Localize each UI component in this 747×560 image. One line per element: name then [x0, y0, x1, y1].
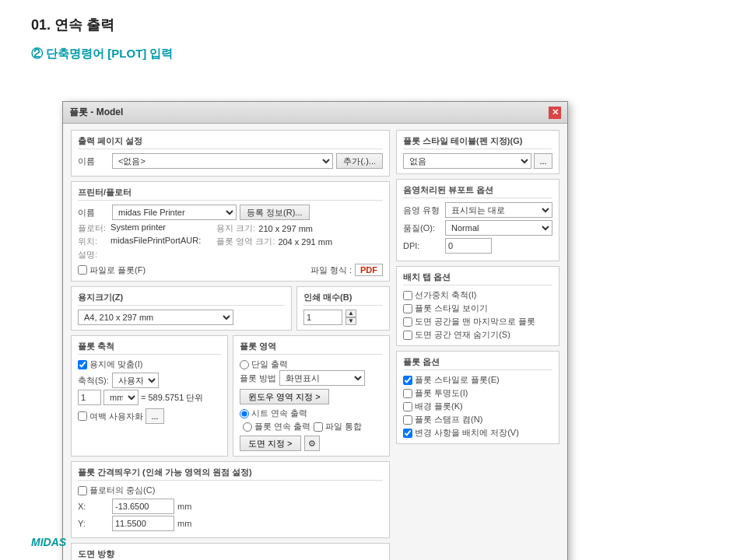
file-merge-label[interactable]: 파일 통합: [314, 421, 362, 432]
spin-up[interactable]: ▲: [345, 310, 356, 317]
fit-paper-text: 용지에 맞춤(I): [89, 359, 142, 370]
show-plotstyle-text: 플롯 스타일 보이기: [415, 303, 488, 314]
plot-transparency-checkbox[interactable]: [403, 389, 412, 398]
gear-icon[interactable]: ⚙: [304, 436, 320, 451]
quality-select[interactable]: Normal: [445, 220, 552, 236]
save-to-layout-label[interactable]: 변경 사항을 배치에 저장(V): [403, 427, 552, 439]
hide-space-label[interactable]: 도면 공간 연재 숨기기(S): [403, 329, 552, 341]
plot-transparency-label[interactable]: 플롯 투명도(I): [403, 387, 552, 399]
plot-style-select[interactable]: 없음: [403, 153, 531, 169]
tab-options-title: 배치 탭 옵션: [403, 271, 552, 285]
fit-paper-checkbox[interactable]: [78, 360, 87, 369]
center-checkbox-label[interactable]: 플로터의 중심(C): [78, 485, 383, 496]
paper-size-select[interactable]: A4, 210 x 297 mm: [78, 310, 233, 325]
sheet-continuous-label[interactable]: 시트 연속 출력: [240, 408, 383, 419]
bg-plot-checkbox[interactable]: [403, 402, 412, 411]
show-plotstyle-checkbox[interactable]: [403, 304, 412, 313]
plot-continuous-radio[interactable]: [243, 422, 252, 432]
single-output-text: 단일 출력: [251, 359, 288, 370]
shade-type-select[interactable]: 표시되는 대로: [445, 202, 552, 218]
margin-checkbox[interactable]: [78, 411, 87, 421]
add-button[interactable]: 추가(.)...: [336, 153, 383, 169]
draw-space-last-checkbox[interactable]: [403, 317, 412, 327]
lineweight-label[interactable]: 선가중치 축척(I): [403, 289, 552, 301]
draw-assign-button[interactable]: 도면 지정 >: [240, 436, 301, 451]
plot-continuous-row: 플롯 연속 출력 파일 통합: [243, 421, 383, 432]
fit-paper-label[interactable]: 용지에 맞춤(I): [78, 359, 221, 370]
show-plotstyle-label[interactable]: 플롯 스타일 보이기: [403, 303, 552, 314]
page-name-select[interactable]: <없음>: [112, 153, 333, 169]
plot-method-label: 플롯 방법: [240, 373, 276, 384]
save-to-layout-text: 변경 사항을 배치에 저장(V): [415, 427, 519, 439]
dialog-titlebar: 플롯 - Model ✕: [63, 102, 567, 124]
scale-select[interactable]: 사용자: [112, 373, 159, 388]
plot-options-title: 플롯 옵션: [403, 356, 552, 370]
printer-name-select[interactable]: midas File Printer: [112, 205, 237, 220]
plot-stamp-checkbox[interactable]: [403, 415, 412, 425]
plot-offset-section: 플롯 간격띄우기 (인쇄 가능 영역의 원점 설정) 플로터의 중심(C) X:…: [71, 461, 390, 538]
scale-unit2: 단위: [186, 392, 203, 404]
plot-continuous-label[interactable]: 플롯 연속 출력: [243, 421, 310, 432]
plot-transparency-text: 플롯 투명도(I): [415, 387, 468, 399]
y-input[interactable]: [112, 516, 174, 531]
location-value: midasFilePrintPortAUR:: [110, 236, 201, 247]
single-output-radio[interactable]: [240, 360, 249, 369]
x-input[interactable]: [112, 499, 174, 514]
page-subtitle: ② 단축명령어 [PLOT] 입력: [31, 47, 716, 61]
plot-style-apply-checkbox[interactable]: [403, 376, 412, 385]
register-button[interactable]: 등록 정보(R)...: [240, 205, 310, 220]
paper-size-section: 용지크기(Z) A4, 210 x 297 mm: [71, 286, 292, 331]
copies-row: ▲ ▼: [303, 310, 383, 325]
file-plot-checkbox[interactable]: [78, 265, 87, 275]
plot-dialog: 플롯 - Model ✕ 출력 페이지 설정 이름 <없음> 추가(.)...: [62, 101, 568, 560]
hide-space-checkbox[interactable]: [403, 331, 412, 340]
y-label: Y:: [78, 519, 109, 528]
sheet-continuous-text: 시트 연속 출력: [251, 408, 307, 419]
margin-checkbox-label[interactable]: 여백 사용자화: [78, 411, 143, 422]
rendering-title: 음영처리된 뷰포트 옵션: [403, 184, 552, 198]
output-page-section: 출력 페이지 설정 이름 <없음> 추가(.)...: [71, 130, 390, 177]
rendering-section: 음영처리된 뷰포트 옵션 음영 유형 표시되는 대로 품질(O): Normal: [396, 179, 559, 261]
name-label: 이름: [78, 156, 109, 167]
sheet-continuous-radio[interactable]: [240, 409, 249, 418]
orientation-section: 도면 방향 세로(O) 가로(I) 대칭으로 플롯(-): [71, 543, 390, 560]
single-output-label[interactable]: 단일 출력: [240, 359, 383, 370]
printer-title: 프린터/플로터: [78, 187, 383, 201]
quality-row: 품질(O): Normal: [403, 220, 552, 236]
orientation-title: 도면 방향: [78, 548, 383, 560]
paper-copies-row: 용지크기(Z) A4, 210 x 297 mm 인쇄 매수(B) ▲ ▼: [71, 286, 390, 331]
dpi-row: DPI:: [403, 238, 552, 254]
scale-input1[interactable]: [78, 390, 101, 405]
plot-style-row: 없음 ...: [403, 153, 552, 169]
spin-down[interactable]: ▼: [345, 317, 356, 325]
plot-method-row: 플롯 방법 화면표시: [240, 370, 383, 386]
plot-style-dots-btn[interactable]: ...: [534, 153, 552, 169]
pdf-badge: PDF: [355, 264, 383, 276]
plot-method-select[interactable]: 화면표시: [279, 370, 365, 386]
plotter-label: 플로터:: [78, 222, 106, 234]
copies-input[interactable]: [303, 310, 342, 325]
close-button[interactable]: ✕: [549, 107, 561, 119]
plot-stamp-text: 플롯 스탬프 켬(N): [415, 414, 482, 425]
page-title: 01. 연속 출력: [31, 16, 716, 34]
plot-continuous-text: 플롯 연속 출력: [254, 421, 310, 432]
midas-logo: MIDAS: [31, 536, 66, 548]
window-area-button[interactable]: 윈도우 영역 지정 >: [240, 389, 329, 404]
file-merge-checkbox[interactable]: [314, 422, 323, 432]
scale-unit1[interactable]: mm: [103, 390, 139, 405]
save-to-layout-checkbox[interactable]: [403, 429, 412, 438]
plot-style-apply-label[interactable]: 플롯 스타일로 플롯(E): [403, 374, 552, 386]
file-plot-checkbox-label[interactable]: 파일로 플롯(F): [78, 264, 146, 276]
margin-label: 여백 사용자화: [89, 411, 143, 422]
draw-space-last-label[interactable]: 도면 공간을 맨 마지막으로 플롯: [403, 316, 552, 327]
scale-plotarea-row: 플롯 축척 용지에 맞춤(I) 축척(S): 사용자: [71, 335, 390, 457]
margin-dots-btn[interactable]: ...: [146, 408, 164, 424]
dpi-input[interactable]: [445, 238, 492, 254]
y-unit: mm: [177, 519, 191, 528]
bg-plot-label[interactable]: 배경 플롯(K): [403, 401, 552, 412]
plot-stamp-label[interactable]: 플롯 스탬프 켬(N): [403, 414, 552, 425]
center-checkbox[interactable]: [78, 486, 87, 495]
dialog-body: 출력 페이지 설정 이름 <없음> 추가(.)... 프린터/플로터 이름: [63, 124, 567, 560]
output-options: 시트 연속 출력 플롯 연속 출력 파일 통합: [240, 408, 383, 432]
lineweight-checkbox[interactable]: [403, 291, 412, 300]
